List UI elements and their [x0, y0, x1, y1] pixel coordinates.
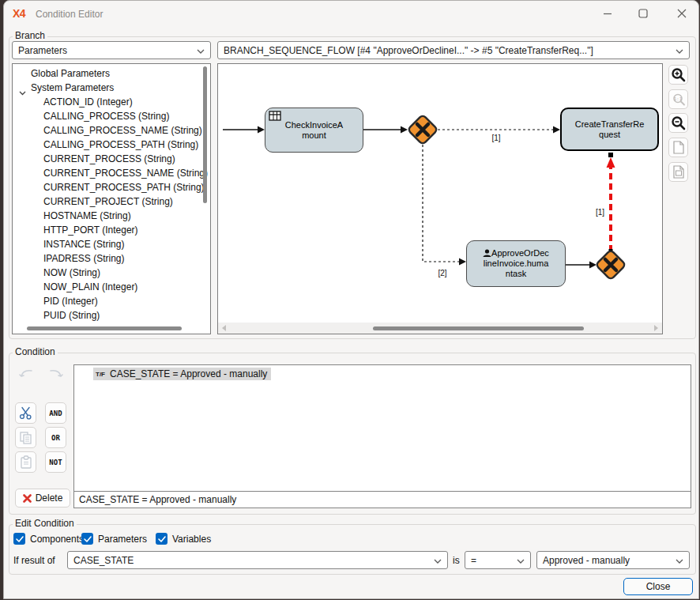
tree-item-now-plain[interactable]: NOW_PLAIN (Integer): [13, 280, 210, 294]
tree-item-calling-process-path[interactable]: CALLING_PROCESS_PATH (String): [13, 138, 210, 152]
table-icon: [269, 111, 281, 123]
parameter-tree: Global Parameters System Parameters ACTI…: [12, 63, 211, 334]
branch-flow-select[interactable]: BRANCH_SEQUENCE_FLOW [#4 "ApproveOrDecli…: [217, 41, 690, 59]
chevron-down-icon: [672, 555, 683, 566]
edit-condition-group-label: Edit Condition: [13, 518, 77, 529]
cut-icon: [19, 406, 32, 420]
checkbox-parameters[interactable]: Parameters: [81, 533, 147, 545]
node-label: CreateTransferRequest: [574, 119, 645, 140]
maximize-button[interactable]: [630, 4, 657, 23]
tree-horizontal-scrollbar[interactable]: [27, 326, 182, 330]
tree-item-current-process-name[interactable]: CURRENT_PROCESS_NAME (String): [13, 166, 210, 180]
fit-width-button[interactable]: [668, 162, 688, 182]
tree-item-calling-process-name[interactable]: CALLING_PROCESS_NAME (String): [13, 123, 210, 138]
redo-button[interactable]: [45, 364, 66, 385]
cut-button[interactable]: [15, 402, 36, 424]
checkbox-variables[interactable]: Variables: [156, 533, 211, 545]
fit-page-button[interactable]: [668, 138, 688, 157]
chevron-down-icon: [672, 45, 683, 56]
window-title: Condition Editor: [36, 9, 103, 20]
zoom-in-button[interactable]: [668, 65, 688, 85]
value-select[interactable]: Approved - manually: [536, 551, 690, 569]
zoom-out-button[interactable]: [668, 113, 688, 133]
diagram-horizontal-scrollbar[interactable]: [218, 323, 662, 334]
minimize-icon: [603, 9, 612, 18]
person-icon: [483, 249, 491, 257]
delete-x-icon: [23, 494, 32, 503]
tree-item-hostname[interactable]: HOSTNAME (String): [13, 209, 210, 223]
and-button[interactable]: AND: [45, 402, 66, 424]
minimize-button[interactable]: [594, 4, 621, 23]
delete-button[interactable]: Delete: [15, 489, 70, 508]
not-button[interactable]: NOT: [45, 451, 66, 473]
svg-text:1:1: 1:1: [674, 96, 682, 100]
close-window-button[interactable]: [668, 4, 695, 23]
tree-item-calling-process[interactable]: CALLING_PROCESS (String): [13, 109, 210, 123]
result-select[interactable]: CASE_STATE: [67, 551, 448, 569]
tree-item-puid[interactable]: PUID (String): [13, 308, 210, 323]
edge-label-right: [1]: [596, 208, 604, 217]
paste-icon: [20, 455, 32, 469]
check-icon[interactable]: [156, 533, 167, 545]
condition-row-text: CASE_STATE = Approved - manually: [110, 368, 267, 379]
checkbox-components[interactable]: Components: [13, 533, 84, 545]
tree-item-now[interactable]: NOW (String): [13, 266, 210, 280]
gateway-x-icon[interactable]: [408, 115, 438, 145]
paste-button[interactable]: [15, 451, 36, 473]
edge-endpoint-handle[interactable]: [608, 153, 613, 157]
copy-button[interactable]: [15, 427, 36, 448]
or-button[interactable]: OR: [45, 427, 66, 448]
close-icon: [677, 9, 687, 18]
node-label: ApproveOrDeclineInvoice.humantask: [484, 248, 549, 278]
diagram-canvas[interactable]: [1] [2] [1]: [217, 63, 663, 334]
condition-expression-field[interactable]: CASE_STATE = Approved - manually: [73, 491, 691, 508]
tree-item-instance[interactable]: INSTANCE (String): [13, 237, 210, 251]
zoom-in-icon: [671, 67, 686, 82]
check-icon[interactable]: [13, 533, 25, 545]
scroll-right-icon[interactable]: [653, 325, 659, 331]
branch-group-label: Branch: [13, 30, 47, 41]
parameter-type-select[interactable]: Parameters: [12, 41, 211, 59]
chevron-down-icon: [514, 555, 525, 566]
condition-type-badge: T/F: [96, 371, 105, 378]
tree-vertical-scrollbar[interactable]: [203, 66, 207, 203]
gateway-x-icon[interactable]: [596, 250, 626, 280]
zoom-reset-button[interactable]: 1:1: [668, 89, 688, 109]
tree-item-action-id[interactable]: ACTION_ID (Integer): [13, 95, 210, 109]
condition-list[interactable]: T/F CASE_STATE = Approved - manually: [73, 364, 691, 492]
tree-item-current-process-path[interactable]: CURRENT_PROCESS_PATH (String): [13, 180, 210, 194]
chevron-down-icon: [431, 555, 442, 566]
node-label: CheckInvoiceAmount: [282, 120, 347, 141]
tree-item-http-port[interactable]: HTTP_PORT (Integer): [13, 223, 210, 237]
undo-button[interactable]: [15, 364, 36, 385]
node-approve-or-decline-invoice[interactable]: ApproveOrDeclineInvoice.humantask: [466, 240, 566, 287]
scroll-left-icon[interactable]: [221, 325, 228, 331]
tree-item-current-project[interactable]: CURRENT_PROJECT (String): [13, 194, 210, 209]
check-icon[interactable]: [81, 533, 93, 545]
fit-width-icon: [672, 165, 685, 179]
edge-label-left: [2]: [438, 269, 446, 277]
branch-flow-value: BRANCH_SEQUENCE_FLOW [#4 "ApproveOrDecli…: [224, 45, 593, 56]
condition-editor-dialog: X4 Condition Editor Branch Parameters BR…: [3, 0, 699, 599]
title-bar[interactable]: X4 Condition Editor: [4, 1, 698, 26]
close-button[interactable]: Close: [623, 578, 693, 595]
diagram-edges: [1] [2] [1]: [218, 64, 662, 334]
undo-icon: [18, 368, 34, 381]
tree-item-global-parameters[interactable]: Global Parameters: [13, 66, 210, 81]
tree-item-pid[interactable]: PID (Integer): [13, 294, 210, 308]
tree-item-ipadress[interactable]: IPADRESS (String): [13, 251, 210, 266]
zoom-out-icon: [671, 115, 686, 130]
is-label: is: [453, 555, 460, 566]
diagram-scroll-thumb[interactable]: [373, 326, 584, 330]
tree-item-system-parameters[interactable]: System Parameters: [13, 81, 210, 95]
redo-icon: [48, 368, 64, 381]
tree-item-current-process[interactable]: CURRENT_PROCESS (String): [13, 152, 210, 166]
node-check-invoice-amount[interactable]: CheckInvoiceAmount: [265, 108, 363, 153]
app-logo: X4: [13, 7, 25, 20]
node-create-transfer-request[interactable]: CreateTransferRequest: [560, 108, 659, 151]
condition-row[interactable]: T/F CASE_STATE = Approved - manually: [93, 368, 271, 380]
operator-select[interactable]: =: [465, 551, 531, 569]
parameter-type-value: Parameters: [18, 45, 67, 56]
copy-icon: [19, 431, 32, 444]
edge-label-top: [1]: [491, 134, 500, 142]
